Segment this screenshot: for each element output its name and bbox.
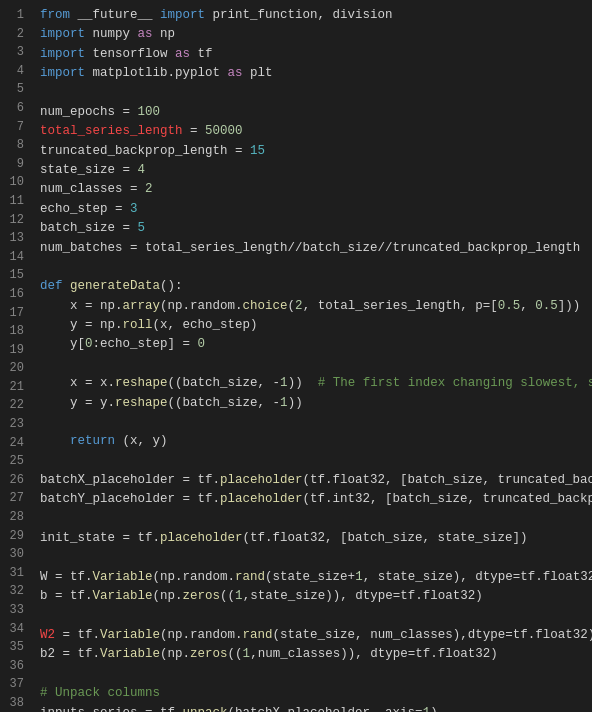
token-plain: num_batches [40, 241, 130, 255]
token-plain: batch_size [40, 221, 123, 235]
code-line: x = x.reshape((batch_size, -1)) # The fi… [40, 374, 584, 393]
token-plain: batchY_placeholder [40, 492, 183, 506]
token-kw2: as [138, 27, 153, 41]
line-number: 18 [0, 322, 32, 341]
token-plain [130, 221, 138, 235]
token-plain: , [520, 299, 535, 313]
token-plain: ])) [558, 299, 581, 313]
token-plain: )) [288, 376, 318, 390]
token-fn: roll [123, 318, 153, 332]
code-line: inputs_series = tf.unpack(batchX_placeho… [40, 704, 584, 713]
line-number: 29 [0, 527, 32, 546]
token-plain [40, 434, 70, 448]
line-number: 36 [0, 657, 32, 676]
line-number: 23 [0, 415, 32, 434]
token-plain: (): [160, 279, 183, 293]
token-plain: b [40, 589, 55, 603]
token-plain: , state_size), dtype [363, 570, 513, 584]
line-number: 24 [0, 434, 32, 453]
token-plain: :echo_step] [93, 337, 183, 351]
token-plain: (np.random. [153, 570, 236, 584]
token-num: 0.5 [498, 299, 521, 313]
line-number: 31 [0, 564, 32, 583]
code-line: return (x, y) [40, 432, 584, 451]
token-fn: placeholder [220, 473, 303, 487]
token-plain: ,state_size)), dtype [243, 589, 393, 603]
token-plain [63, 279, 71, 293]
token-plain: numpy [85, 27, 138, 41]
code-line [40, 258, 584, 277]
token-num: 50000 [205, 124, 243, 138]
token-num: 2 [145, 182, 153, 196]
token-plain: tf [190, 47, 213, 61]
code-line: batchX_placeholder = tf.placeholder(tf.f… [40, 471, 584, 490]
token-plain: x [40, 299, 85, 313]
line-number: 17 [0, 304, 32, 323]
code-line [40, 84, 584, 103]
code-line: y = np.roll(x, echo_step) [40, 316, 584, 335]
code-line [40, 413, 584, 432]
token-num: 0 [85, 337, 93, 351]
token-op: = [85, 299, 93, 313]
token-fn: generateData [70, 279, 160, 293]
token-fn: Variable [100, 647, 160, 661]
token-plain: ((batch_size, [168, 396, 273, 410]
line-number: 10 [0, 173, 32, 192]
token-kw: import [40, 27, 85, 41]
code-line: import numpy as np [40, 25, 584, 44]
token-plain: (np.random. [160, 628, 243, 642]
token-cm: # The first index changing slowest, subs… [318, 376, 592, 390]
line-number: 7 [0, 118, 32, 137]
token-plain: tensorflow [85, 47, 175, 61]
token-var-red: W2 [40, 628, 55, 642]
code-line: import matplotlib.pyplot as plt [40, 64, 584, 83]
line-number: 2 [0, 25, 32, 44]
token-plain: (x, y) [115, 434, 168, 448]
token-num: 0.5 [535, 299, 558, 313]
line-number: 19 [0, 341, 32, 360]
token-plain: (np.random. [160, 299, 243, 313]
token-num: 1 [280, 396, 288, 410]
token-plain: plt [243, 66, 273, 80]
code-content: from __future__ import print_function, d… [32, 0, 592, 712]
token-num: 1 [423, 706, 431, 713]
token-kw2: as [175, 47, 190, 61]
code-line [40, 549, 584, 568]
token-plain: W [40, 570, 55, 584]
token-fn: reshape [115, 396, 168, 410]
token-kw: return [70, 434, 115, 448]
token-plain: tf.float32) [513, 628, 592, 642]
line-number: 20 [0, 359, 32, 378]
token-op: - [273, 376, 281, 390]
line-number: 5 [0, 80, 32, 99]
token-fn: zeros [183, 589, 221, 603]
token-op: + [348, 570, 356, 584]
token-plain: (state_size [265, 570, 348, 584]
token-plain: np. [93, 318, 123, 332]
token-fn: zeros [190, 647, 228, 661]
code-line: truncated_backprop_length = 15 [40, 142, 584, 161]
token-plain [123, 202, 131, 216]
token-op: = [183, 337, 191, 351]
line-number: 1 [0, 6, 32, 25]
code-line [40, 452, 584, 471]
token-plain: tf.float32) [520, 570, 592, 584]
token-op: = [55, 589, 63, 603]
line-number: 11 [0, 192, 32, 211]
token-plain [183, 124, 191, 138]
line-number: 12 [0, 211, 32, 230]
token-plain: num_epochs [40, 105, 123, 119]
line-number: 32 [0, 582, 32, 601]
line-number: 33 [0, 601, 32, 620]
token-plain: echo_step [40, 202, 115, 216]
token-plain: tf. [130, 531, 160, 545]
token-op: = [130, 241, 138, 255]
token-op: // [378, 241, 393, 255]
line-number: 28 [0, 508, 32, 527]
token-op: = [235, 144, 243, 158]
token-fn: unpack [183, 706, 228, 713]
token-op: = [85, 396, 93, 410]
line-number: 16 [0, 285, 32, 304]
line-number: 13 [0, 229, 32, 248]
token-plain: tf. [153, 706, 183, 713]
